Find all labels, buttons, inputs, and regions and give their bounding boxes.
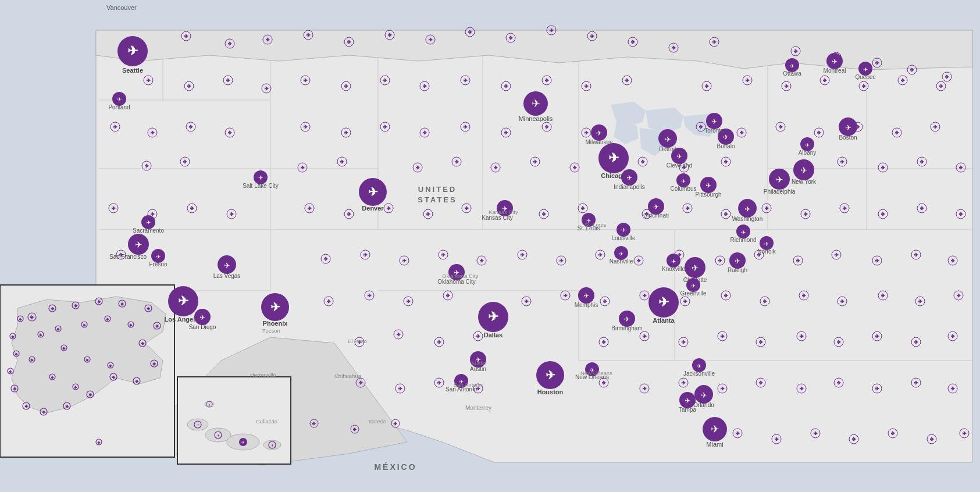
svg-text:Birmingham: Birmingham — [611, 325, 642, 331]
svg-text:✈: ✈ — [603, 299, 607, 304]
svg-text:✈: ✈ — [930, 437, 934, 442]
svg-text:✈: ✈ — [9, 370, 12, 373]
svg-text:✈: ✈ — [779, 124, 783, 130]
svg-text:✈: ✈ — [301, 165, 305, 170]
svg-text:✈: ✈ — [98, 300, 101, 304]
svg-text:✈: ✈ — [533, 159, 537, 165]
svg-text:✈: ✈ — [763, 299, 767, 304]
svg-text:Kansas City: Kansas City — [482, 215, 512, 221]
svg-text:✈: ✈ — [304, 78, 308, 83]
svg-text:Memphis: Memphis — [575, 302, 598, 308]
svg-text:Torreón: Torreón — [368, 418, 386, 425]
svg-text:San Diego: San Diego — [189, 324, 216, 330]
svg-text:Boston: Boston — [839, 134, 857, 141]
svg-text:✈: ✈ — [790, 63, 794, 69]
svg-text:✈: ✈ — [113, 124, 117, 130]
svg-text:✈: ✈ — [837, 380, 841, 386]
svg-text:Orlando: Orlando — [693, 402, 714, 408]
svg-text:✈: ✈ — [711, 423, 719, 435]
svg-text:✈: ✈ — [736, 431, 740, 436]
svg-text:Atlanta: Atlanta — [653, 317, 675, 324]
svg-text:✈: ✈ — [875, 334, 879, 339]
svg-text:Monterrey: Monterrey — [465, 405, 491, 411]
svg-text:✈: ✈ — [800, 165, 808, 175]
svg-text:✈: ✈ — [724, 212, 728, 217]
svg-text:✈: ✈ — [852, 437, 856, 442]
svg-text:Minneapolis: Minneapolis — [519, 115, 553, 122]
svg-text:✈: ✈ — [685, 397, 690, 405]
svg-text:✈: ✈ — [705, 181, 711, 190]
svg-text:✈: ✈ — [423, 84, 427, 89]
svg-text:Raleigh: Raleigh — [728, 267, 747, 273]
svg-text:✈: ✈ — [718, 258, 722, 263]
svg-text:Austin: Austin — [471, 360, 486, 366]
svg-text:Nashville: Nashville — [610, 258, 633, 265]
svg-text:✈: ✈ — [585, 130, 589, 136]
svg-text:Louisville: Louisville — [611, 235, 636, 241]
svg-text:✈: ✈ — [863, 66, 868, 73]
svg-text:✈: ✈ — [57, 327, 59, 331]
svg-text:✈: ✈ — [564, 293, 568, 298]
svg-text:✈: ✈ — [13, 387, 16, 391]
svg-text:✈: ✈ — [130, 323, 132, 327]
svg-text:✈: ✈ — [945, 74, 949, 80]
svg-text:✈: ✈ — [840, 159, 844, 165]
svg-text:✈: ✈ — [347, 212, 351, 217]
svg-text:Fresno: Fresno — [149, 261, 168, 268]
svg-text:Columbus: Columbus — [670, 186, 696, 192]
svg-text:✈: ✈ — [327, 299, 331, 304]
svg-text:✈: ✈ — [136, 380, 138, 383]
svg-text:✈: ✈ — [764, 241, 769, 247]
svg-text:✈: ✈ — [721, 334, 725, 339]
svg-text:✈: ✈ — [25, 405, 28, 408]
svg-text:Kansas City: Kansas City — [489, 209, 518, 215]
svg-text:✈: ✈ — [542, 212, 546, 217]
svg-text:✈: ✈ — [724, 159, 728, 165]
svg-text:✈: ✈ — [398, 386, 402, 391]
svg-text:Buffalo: Buffalo — [717, 143, 735, 149]
svg-text:✈: ✈ — [744, 205, 751, 213]
svg-text:✈: ✈ — [712, 40, 717, 45]
svg-text:✈: ✈ — [51, 376, 54, 379]
svg-text:✈: ✈ — [364, 252, 368, 258]
svg-text:✈: ✈ — [837, 340, 841, 345]
svg-text:Dallas: Dallas — [484, 331, 503, 338]
map-svg: ✈ ✈ ✈ ✈ ✈ ✈ ✈ ✈ ✈ ✈ ✈ ✈ ✈ ✈ ✈ ✈ ✈ ✈ ✈ ✈ … — [0, 0, 980, 492]
svg-text:✈: ✈ — [641, 159, 645, 165]
svg-text:Indianapolis: Indianapolis — [614, 184, 644, 190]
svg-text:Salt Lake City: Salt Lake City — [243, 183, 279, 189]
svg-text:✈: ✈ — [835, 252, 839, 258]
svg-text:✈: ✈ — [241, 440, 245, 444]
svg-text:✈: ✈ — [573, 165, 577, 170]
svg-text:✈: ✈ — [74, 386, 77, 389]
svg-text:Oklahoma City: Oklahoma City — [442, 273, 479, 279]
svg-text:✈: ✈ — [735, 257, 740, 265]
svg-text:Culiacán: Culiacán — [256, 418, 277, 425]
svg-text:✈: ✈ — [550, 28, 554, 33]
svg-text:El Paso: El Paso — [348, 338, 367, 344]
svg-text:Jacksonville: Jacksonville — [683, 370, 715, 377]
svg-text:✈: ✈ — [802, 293, 806, 298]
map-container: ✈ ✈ ✈ ✈ ✈ ✈ ✈ ✈ ✈ ✈ ✈ ✈ ✈ ✈ ✈ ✈ ✈ ✈ ✈ ✈ … — [0, 0, 980, 492]
svg-text:✈: ✈ — [823, 78, 827, 83]
svg-text:✈: ✈ — [545, 124, 549, 130]
svg-text:✈: ✈ — [759, 340, 763, 345]
svg-text:✈: ✈ — [875, 60, 879, 66]
svg-text:✈: ✈ — [705, 84, 709, 89]
svg-text:✈: ✈ — [308, 206, 312, 211]
svg-text:Sacramento: Sacramento — [133, 227, 164, 234]
svg-text:✈: ✈ — [368, 186, 378, 198]
svg-text:✈: ✈ — [686, 206, 690, 211]
svg-text:✈: ✈ — [637, 258, 641, 263]
svg-text:✈: ✈ — [437, 380, 441, 386]
svg-text:✈: ✈ — [189, 124, 193, 130]
svg-text:Cincinnati: Cincinnati — [643, 212, 669, 219]
svg-text:✈: ✈ — [383, 78, 387, 83]
svg-text:✈: ✈ — [891, 431, 895, 436]
svg-text:✈: ✈ — [15, 352, 17, 356]
svg-text:✈: ✈ — [145, 163, 149, 169]
svg-text:✈: ✈ — [402, 258, 407, 263]
svg-text:✈: ✈ — [40, 333, 42, 337]
svg-text:✈: ✈ — [658, 295, 669, 309]
svg-text:Pittsburgh: Pittsburgh — [695, 191, 721, 198]
